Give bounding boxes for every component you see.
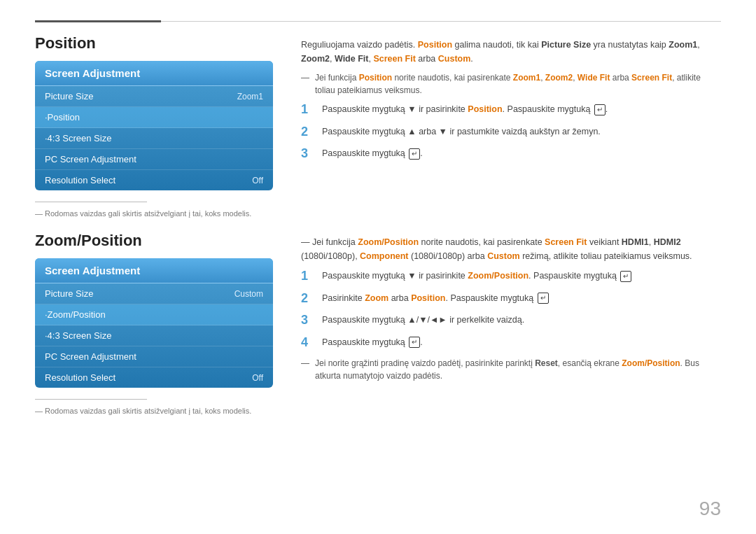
position-row-0-value: Zoom1 bbox=[237, 92, 263, 101]
step-text-1: Paspauskite mygtuką ▼ ir pasirinkite Pos… bbox=[322, 102, 721, 116]
position-menu-header: Screen Adjustment bbox=[35, 61, 273, 86]
step-num-2: 2 bbox=[301, 125, 315, 140]
position-row-2[interactable]: ·4:3 Screen Size bbox=[35, 128, 273, 149]
zoom-position-row-0[interactable]: Picture Size Custom bbox=[35, 283, 273, 304]
zoom-position-footnote: — Rodomas vaizdas gali skirtis atsižvelg… bbox=[35, 407, 273, 415]
zoom-position-title: Zoom/Position bbox=[35, 232, 273, 250]
zp-step-text-2: Pasirinkite Zoom arba Position. Paspausk… bbox=[322, 291, 721, 305]
position-title: Position bbox=[35, 34, 273, 52]
position-step-2: 2 Paspauskite mygtuką ▲ arba ▼ ir pastum… bbox=[301, 125, 721, 140]
page-number: 93 bbox=[699, 498, 721, 520]
zoom-position-right-col: — Jei funkcija Zoom/Position norite naud… bbox=[301, 232, 721, 415]
zoom-position-left-col: Zoom/Position Screen Adjustment Picture … bbox=[35, 232, 273, 415]
position-row-4-value: Off bbox=[252, 176, 263, 185]
zoom-position-row-4[interactable]: Resolution Select Off bbox=[35, 367, 273, 388]
step-num-1: 1 bbox=[301, 102, 315, 118]
zp-step-num-2: 2 bbox=[301, 291, 315, 307]
position-row-0[interactable]: Picture Size Zoom1 bbox=[35, 86, 273, 107]
zoom-position-row-0-value: Custom bbox=[234, 289, 263, 299]
zoom-position-row-1[interactable]: ·Zoom/Position bbox=[35, 304, 273, 325]
zoom-position-step-3: 3 Paspauskite mygtuką ▲/▼/◄► ir perkelki… bbox=[301, 313, 721, 328]
position-row-3-label: PC Screen Adjustment bbox=[45, 154, 136, 164]
zoom-position-row-4-value: Off bbox=[252, 373, 263, 383]
position-section: Position Screen Adjustment Picture Size … bbox=[35, 34, 721, 218]
zoom-position-section: Zoom/Position Screen Adjustment Picture … bbox=[35, 232, 721, 415]
zoom-position-menu-header: Screen Adjustment bbox=[35, 258, 273, 283]
position-step-3: 3 Paspauskite mygtuką ↵. bbox=[301, 146, 721, 162]
zoom-position-intro: — Jei funkcija Zoom/Position norite naud… bbox=[301, 235, 721, 263]
position-row-4[interactable]: Resolution Select Off bbox=[35, 170, 273, 190]
top-divider bbox=[35, 21, 721, 22]
position-row-1-label: ·Position bbox=[45, 112, 80, 122]
position-row-3[interactable]: PC Screen Adjustment bbox=[35, 149, 273, 170]
zp-step-text-4: Paspauskite mygtuką ↵. bbox=[322, 335, 721, 349]
step-text-3: Paspauskite mygtuką ↵. bbox=[322, 146, 721, 160]
position-row-1[interactable]: ·Position bbox=[35, 107, 273, 128]
position-row-4-label: Resolution Select bbox=[45, 175, 115, 185]
position-step-1: 1 Paspauskite mygtuką ▼ ir pasirinkite P… bbox=[301, 102, 721, 118]
position-menu: Screen Adjustment Picture Size Zoom1 ·Po… bbox=[35, 61, 273, 190]
position-row-2-label: ·4:3 Screen Size bbox=[45, 133, 111, 143]
zoom-position-row-2-label: ·4:3 Screen Size bbox=[45, 330, 111, 341]
zoom-position-step-2: 2 Pasirinkite Zoom arba Position. Paspau… bbox=[301, 291, 721, 307]
zp-step-num-4: 4 bbox=[301, 335, 315, 351]
position-note-line: — Jei funkcija Position norite naudotis,… bbox=[301, 71, 721, 97]
zoom-position-steps: 1 Paspauskite mygtuką ▼ ir pasirinkite Z… bbox=[301, 269, 721, 350]
position-left-col: Position Screen Adjustment Picture Size … bbox=[35, 34, 273, 218]
position-steps: 1 Paspauskite mygtuką ▼ ir pasirinkite P… bbox=[301, 102, 721, 162]
position-footnote: — Rodomas vaizdas gali skirtis atsižvelg… bbox=[35, 209, 273, 218]
zp-step-text-1: Paspauskite mygtuką ▼ ir pasirinkite Zoo… bbox=[322, 269, 721, 283]
zoom-position-row-1-label: ·Zoom/Position bbox=[45, 309, 106, 320]
position-right-col: Reguliuojama vaizdo padėtis. Position ga… bbox=[301, 34, 721, 218]
step-text-2: Paspauskite mygtuką ▲ arba ▼ ir pastumki… bbox=[322, 125, 721, 139]
zp-step-num-3: 3 bbox=[301, 313, 315, 328]
zoom-position-row-4-label: Resolution Select bbox=[45, 372, 115, 383]
position-divider bbox=[35, 202, 147, 202]
zoom-position-divider bbox=[35, 399, 147, 400]
zoom-position-step-1: 1 Paspauskite mygtuką ▼ ir pasirinkite Z… bbox=[301, 269, 721, 284]
zp-step-num-1: 1 bbox=[301, 269, 315, 284]
zoom-position-row-0-label: Picture Size bbox=[45, 288, 93, 299]
zoom-position-sub-note: — Jei norite grąžinti pradinę vaizdo pad… bbox=[301, 357, 721, 382]
step-num-3: 3 bbox=[301, 146, 315, 162]
position-row-0-label: Picture Size bbox=[45, 91, 93, 101]
zoom-position-menu: Screen Adjustment Picture Size Custom ·Z… bbox=[35, 258, 273, 388]
zoom-position-step-4: 4 Paspauskite mygtuką ↵. bbox=[301, 335, 721, 351]
zoom-position-row-2[interactable]: ·4:3 Screen Size bbox=[35, 325, 273, 346]
zp-step-text-3: Paspauskite mygtuką ▲/▼/◄► ir perkelkite… bbox=[322, 313, 721, 327]
zoom-position-row-3-label: PC Screen Adjustment bbox=[45, 351, 136, 362]
zoom-position-row-3[interactable]: PC Screen Adjustment bbox=[35, 346, 273, 367]
position-intro: Reguliuojama vaizdo padėtis. Position ga… bbox=[301, 38, 721, 66]
